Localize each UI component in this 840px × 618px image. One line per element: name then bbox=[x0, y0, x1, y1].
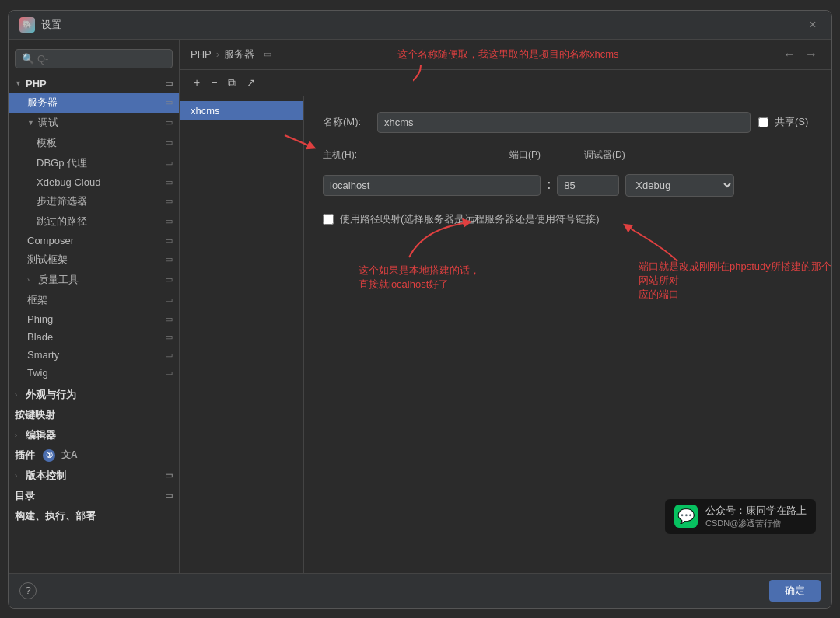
watermark-main-text: 公众号：康同学在路上 bbox=[705, 504, 807, 518]
watermark-sub-text: CSDN@渗透苦行僧 bbox=[705, 518, 807, 529]
search-input[interactable] bbox=[37, 53, 166, 65]
sidebar-item-twig[interactable]: Twig ▭ bbox=[9, 364, 179, 382]
expand-icon-quality: › bbox=[27, 276, 35, 284]
export-button[interactable]: ↗ bbox=[243, 75, 259, 90]
ok-button[interactable]: 确定 bbox=[769, 580, 821, 602]
window-icon: ▭ bbox=[165, 314, 173, 324]
host-input[interactable] bbox=[323, 175, 541, 196]
sidebar-item-label: Phing bbox=[27, 313, 53, 325]
sidebar-item-label: 服务器 bbox=[27, 96, 58, 110]
window-icon: ▭ bbox=[165, 295, 173, 305]
remove-button[interactable]: − bbox=[208, 75, 220, 90]
settings-dialog: 🐘 设置 × 🔍 ▼ PHP ▭ 服务器 ▭ ▼ 调 bbox=[8, 10, 832, 609]
sidebar-item-label: 构建、执行、部署 bbox=[15, 509, 96, 523]
window-icon: ▭ bbox=[165, 368, 173, 378]
path-mapping-checkbox[interactable] bbox=[323, 214, 334, 225]
window-icon: ▭ bbox=[165, 254, 173, 264]
sidebar-item-label: Composer bbox=[27, 235, 74, 246]
sidebar-item-server[interactable]: 服务器 ▭ bbox=[9, 93, 179, 113]
dialog-footer: ? 确定 bbox=[9, 573, 831, 608]
sidebar-item-editor[interactable]: › 编辑器 bbox=[9, 425, 179, 445]
sidebar-item-label: 质量工具 bbox=[38, 273, 79, 287]
sidebar-item-phing[interactable]: Phing ▭ bbox=[9, 310, 179, 328]
sidebar-item-blade[interactable]: Blade ▭ bbox=[9, 328, 179, 346]
sidebar-item-label: DBGp 代理 bbox=[37, 156, 87, 170]
share-row: 共享(S) bbox=[758, 115, 808, 129]
sidebar-item-debug[interactable]: ▼ 调试 ▭ bbox=[9, 113, 179, 133]
help-button[interactable]: ? bbox=[19, 582, 37, 599]
name-input[interactable] bbox=[377, 112, 751, 133]
debugger-select[interactable]: Xdebug Zend Debugger bbox=[625, 174, 734, 197]
sidebar-item-quality[interactable]: › 质量工具 ▭ bbox=[9, 270, 179, 290]
add-button[interactable]: + bbox=[191, 75, 203, 90]
window-icon: ▭ bbox=[165, 216, 173, 226]
sidebar-item-label: 插件 bbox=[15, 449, 35, 463]
host-col: 主机(H): bbox=[323, 148, 357, 162]
server-list: xhcms bbox=[180, 96, 304, 573]
sidebar-item-label: 目录 bbox=[15, 489, 35, 503]
sidebar-item-label: Smarty bbox=[27, 349, 59, 361]
panel-nav-buttons: ← → bbox=[780, 46, 821, 63]
back-button[interactable]: ← bbox=[780, 46, 799, 63]
plugins-badge: ① bbox=[43, 449, 55, 462]
wechat-icon: 💬 bbox=[674, 505, 698, 528]
sidebar-item-xdebug-cloud[interactable]: Xdebug Cloud ▭ bbox=[9, 173, 179, 191]
sidebar-item-label: 测试框架 bbox=[27, 253, 68, 267]
forward-button[interactable]: → bbox=[802, 46, 821, 63]
watermark: 💬 公众号：康同学在路上 CSDN@渗透苦行僧 bbox=[665, 499, 816, 534]
server-item-label: xhcms bbox=[191, 105, 220, 117]
sidebar-item-label: Twig bbox=[27, 367, 48, 379]
hpd-labels-row: 主机(H): 端口(P) 调试器(D) bbox=[323, 148, 813, 162]
name-row: 名称(M): 共享(S) bbox=[323, 112, 813, 133]
expand-icon-vcs: › bbox=[15, 472, 23, 480]
sidebar-item-composer[interactable]: Composer ▭ bbox=[9, 232, 179, 250]
sidebar-item-label: 版本控制 bbox=[26, 469, 66, 483]
debugger-label: 调试器(D) bbox=[584, 148, 625, 162]
expand-icon-editor: › bbox=[15, 431, 23, 439]
window-icon: ▭ bbox=[165, 236, 173, 246]
server-item-xhcms[interactable]: xhcms bbox=[180, 101, 303, 120]
host-port-debug-row: : Xdebug Zend Debugger bbox=[323, 174, 813, 197]
window-icon: ▭ bbox=[165, 138, 173, 148]
expand-icon-debug: ▼ bbox=[27, 119, 35, 127]
sidebar-item-smarty[interactable]: Smarty ▭ bbox=[9, 346, 179, 364]
sidebar-item-dbgp[interactable]: DBGp 代理 ▭ bbox=[9, 153, 179, 173]
close-button[interactable]: × bbox=[805, 17, 821, 33]
search-icon: 🔍 bbox=[22, 53, 34, 65]
breadcrumb-window-icon: ▭ bbox=[264, 49, 271, 59]
sidebar-item-template[interactable]: 模板 ▭ bbox=[9, 133, 179, 153]
search-box[interactable]: 🔍 bbox=[15, 49, 173, 68]
sidebar-item-label: 按键映射 bbox=[15, 408, 55, 422]
window-icon: ▭ bbox=[165, 274, 173, 285]
sidebar-item-build[interactable]: 构建、执行、部署 bbox=[9, 506, 179, 526]
debugger-col: 调试器(D) bbox=[584, 148, 625, 162]
sidebar-item-keymap[interactable]: 按键映射 bbox=[9, 405, 179, 425]
sidebar-item-label: PHP bbox=[26, 78, 47, 89]
port-input[interactable] bbox=[557, 175, 619, 196]
dialog-title: 设置 bbox=[41, 18, 61, 32]
name-label: 名称(M): bbox=[323, 115, 369, 129]
sidebar-item-label: Blade bbox=[27, 331, 53, 343]
sidebar-item-php[interactable]: ▼ PHP ▭ bbox=[9, 75, 179, 93]
sidebar-item-directory[interactable]: 目录 ▭ bbox=[9, 486, 179, 506]
title-bar: 🐘 设置 × bbox=[9, 11, 831, 40]
window-icon: ▭ bbox=[165, 97, 173, 107]
sidebar-item-appearance[interactable]: › 外观与行为 bbox=[9, 385, 179, 405]
sidebar-item-vcs[interactable]: › 版本控制 ▭ bbox=[9, 466, 179, 486]
colon-separator: : bbox=[547, 178, 551, 192]
breadcrumb-php: PHP bbox=[191, 48, 212, 60]
sidebar-item-test-framework[interactable]: 测试框架 ▭ bbox=[9, 250, 179, 270]
expand-icon-php: ▼ bbox=[15, 79, 23, 87]
sidebar-item-framework[interactable]: 框架 ▭ bbox=[9, 290, 179, 310]
sidebar-item-plugins[interactable]: 插件 ① 文A bbox=[9, 445, 179, 466]
window-icon: ▭ bbox=[165, 158, 173, 168]
sidebar-item-label: 外观与行为 bbox=[26, 388, 76, 402]
share-checkbox[interactable] bbox=[758, 117, 768, 127]
window-icon: ▭ bbox=[165, 177, 173, 187]
sidebar-item-step-filter[interactable]: 步进筛选器 ▭ bbox=[9, 191, 179, 211]
wechat-symbol: 💬 bbox=[677, 508, 695, 525]
sidebar-item-skip-path[interactable]: 跳过的路径 ▭ bbox=[9, 211, 179, 232]
expand-icon-appearance: › bbox=[15, 391, 23, 399]
sidebar: 🔍 ▼ PHP ▭ 服务器 ▭ ▼ 调试 ▭ 模板 ▭ bbox=[9, 40, 180, 573]
copy-button[interactable]: ⧉ bbox=[225, 75, 239, 91]
